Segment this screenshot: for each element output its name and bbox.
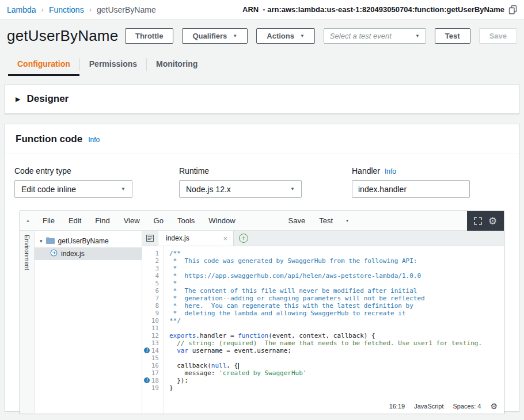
code-line[interactable]: **/: [169, 317, 504, 324]
page-title: getUserByName: [7, 27, 118, 45]
chevron-down-icon: ▼: [121, 186, 126, 192]
code-line[interactable]: var username = event.username;: [169, 347, 504, 354]
gutter-line[interactable]: 15: [142, 354, 163, 362]
cursor-position[interactable]: 16:19: [389, 403, 405, 410]
gutter-line[interactable]: 17: [142, 369, 163, 377]
line-number: 6: [155, 287, 159, 295]
throttle-button[interactable]: Throttle: [125, 28, 173, 44]
tree-file-row[interactable]: index.js: [35, 247, 142, 260]
code-line[interactable]: * here. You can regenerate this with the…: [169, 302, 504, 310]
save-button[interactable]: Save: [479, 28, 517, 44]
statusbar-gear-icon[interactable]: ⚙: [490, 402, 498, 410]
gutter-line[interactable]: 4: [142, 272, 163, 280]
runtime-select[interactable]: Node.js 12.x ▼: [179, 180, 302, 198]
gutter-line[interactable]: 10: [142, 317, 163, 324]
tree-folder-row[interactable]: ▾ getUserByName: [35, 235, 142, 247]
line-number: 17: [151, 369, 159, 377]
gutter-line[interactable]: 1: [142, 250, 163, 257]
menu-view[interactable]: View: [117, 216, 147, 225]
menu-go[interactable]: Go: [147, 216, 170, 225]
line-number: 12: [151, 332, 159, 339]
gutter-line[interactable]: 12: [142, 332, 163, 339]
test-button[interactable]: Test: [435, 28, 470, 44]
function-code-info-link[interactable]: Info: [88, 136, 100, 144]
gutter-line[interactable]: i18: [142, 377, 163, 384]
spaces-setting[interactable]: Spaces: 4: [453, 403, 481, 410]
code-line[interactable]: callback(null, {: [169, 362, 504, 369]
gutter-line[interactable]: 11: [142, 324, 163, 332]
info-icon[interactable]: i: [144, 348, 150, 353]
designer-panel[interactable]: ▶ Designer: [5, 84, 519, 114]
fullscreen-icon[interactable]: [474, 217, 482, 225]
gutter-line[interactable]: 19: [142, 384, 163, 392]
code-entry-type-select[interactable]: Edit code inline ▼: [14, 180, 132, 198]
code-line[interactable]: [169, 324, 504, 332]
gutter-line[interactable]: 3: [142, 265, 163, 272]
code-line[interactable]: *: [169, 280, 504, 287]
handler-input[interactable]: [352, 180, 470, 198]
gutter-line[interactable]: 9: [142, 310, 163, 317]
qualifiers-button[interactable]: Qualifiers ▼: [182, 28, 248, 44]
menu-edit[interactable]: Edit: [62, 216, 88, 225]
test-dropdown-icon[interactable]: ▾: [340, 218, 355, 223]
handler-info-link[interactable]: Info: [385, 167, 396, 175]
code-entry-type-field: Code entry type Edit code inline ▼: [14, 166, 179, 198]
code-line[interactable]: exports.handler = function(event, contex…: [169, 332, 504, 339]
editor-body: Environment ▾ getUserByName: [20, 231, 504, 414]
code-line[interactable]: * This code was generated by SwaggerHub …: [169, 257, 504, 265]
tab-configuration[interactable]: Configuration: [8, 53, 79, 76]
tree-folder-label: getUserByName: [58, 237, 109, 245]
function-code-panel: Function code Info Code entry type Edit …: [5, 124, 519, 411]
gutter-line[interactable]: i14: [142, 347, 163, 354]
code-lines[interactable]: /** * This code was generated by Swagger…: [163, 246, 504, 414]
code-line[interactable]: }: [169, 384, 504, 392]
code-line[interactable]: // string: (required) The name that need…: [169, 339, 504, 347]
close-icon[interactable]: ×: [223, 234, 227, 243]
language-mode[interactable]: JavaScript: [414, 403, 443, 410]
copy-icon[interactable]: [508, 5, 517, 14]
code-line[interactable]: * generation--adding or changing paramet…: [169, 295, 504, 302]
gutter-line[interactable]: 2: [142, 257, 163, 265]
menu-test[interactable]: Test: [312, 216, 340, 225]
code-line[interactable]: [169, 354, 504, 362]
arn-label: ARN: [242, 5, 259, 14]
info-icon[interactable]: i: [144, 377, 150, 383]
line-number: 14: [151, 347, 159, 354]
tab-monitoring[interactable]: Monitoring: [147, 53, 207, 76]
environment-strip[interactable]: Environment: [20, 231, 35, 414]
breadcrumb-lambda[interactable]: Lambda: [7, 5, 36, 14]
code-line[interactable]: * The content of this file will never be…: [169, 287, 504, 295]
runtime-label: Runtime: [179, 166, 352, 175]
code-line[interactable]: * https://app.swaggerhub.com/api/helen/a…: [169, 272, 504, 280]
code-line[interactable]: });: [169, 377, 504, 384]
menu-window[interactable]: Window: [202, 216, 242, 225]
menu-save[interactable]: Save: [282, 216, 313, 225]
code-settings-row: Code entry type Edit code inline ▼ Runti…: [5, 154, 519, 199]
code-line[interactable]: message: 'created by SwaggerHub': [169, 369, 504, 377]
add-tab-icon[interactable]: +: [239, 234, 248, 243]
tab-list-icon[interactable]: [142, 231, 158, 246]
menu-find[interactable]: Find: [88, 216, 116, 225]
collapse-menubar-icon[interactable]: ▲: [20, 218, 36, 223]
menu-tools[interactable]: Tools: [170, 216, 202, 225]
code-line[interactable]: *: [169, 265, 504, 272]
line-number: 9: [155, 310, 159, 317]
tab-permissions[interactable]: Permissions: [80, 53, 146, 76]
test-event-select[interactable]: Select a test event ▼: [324, 28, 426, 44]
breadcrumb-functions[interactable]: Functions: [49, 5, 84, 14]
editor-settings-gear-icon[interactable]: ⚙: [488, 216, 497, 226]
code-line[interactable]: /**: [169, 250, 504, 257]
code-line[interactable]: * deleting the lambda and allowing Swagg…: [169, 310, 504, 317]
gutter-line[interactable]: 16: [142, 362, 163, 369]
actions-button[interactable]: Actions ▼: [256, 28, 315, 44]
gutter-line[interactable]: 8: [142, 302, 163, 310]
test-event-placeholder: Select a test event: [330, 32, 392, 40]
code-area[interactable]: 12345678910111213i14151617i1819 /** * Th…: [142, 246, 504, 414]
editor-tab-indexjs[interactable]: index.js ×: [158, 231, 234, 246]
gutter-line[interactable]: 5: [142, 280, 163, 287]
menu-file[interactable]: File: [36, 216, 62, 225]
chevron-right-icon: ›: [41, 5, 44, 14]
gutter-line[interactable]: 6: [142, 287, 163, 295]
gutter-line[interactable]: 13: [142, 339, 163, 347]
gutter-line[interactable]: 7: [142, 295, 163, 302]
